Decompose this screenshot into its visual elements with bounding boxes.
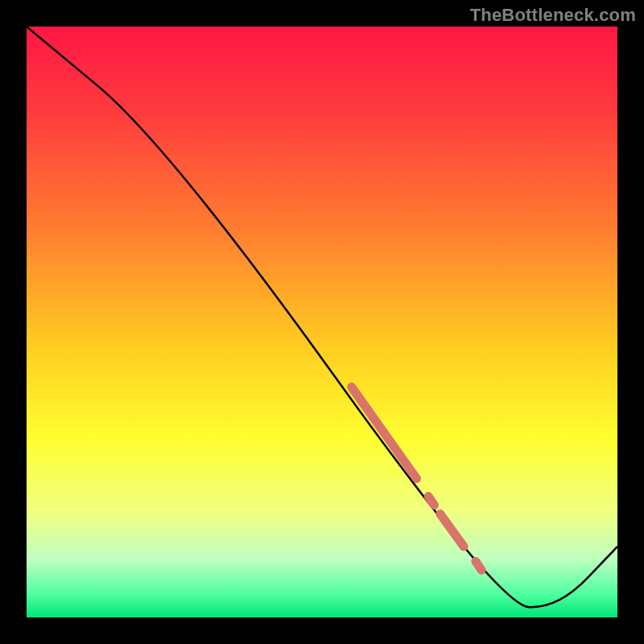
chart-canvas <box>0 0 644 644</box>
plot-area <box>27 27 617 617</box>
highlight-segment <box>476 561 481 570</box>
highlight-segment <box>428 497 434 506</box>
watermark: TheBottleneck.com <box>470 5 636 26</box>
